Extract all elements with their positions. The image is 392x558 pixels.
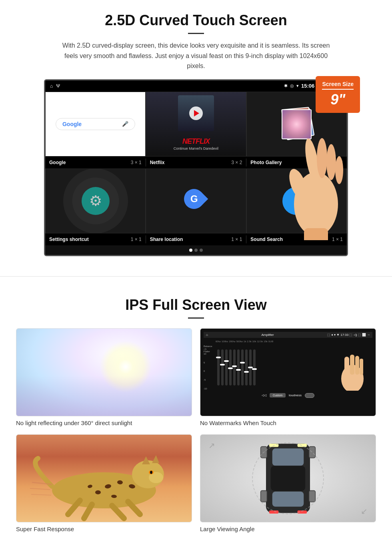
share-app-name: Share location [150,237,183,242]
section-curved-touch: 2.5D Curved Touch Screen With 2.5D curve… [0,0,392,264]
netflix-image-bg [178,95,214,131]
amplifier-caption: No Watermarks When Touch [200,420,376,426]
amplifier-card: ⌂ Amplifier ⬚ ♦ ▾ ▼ 17:33 ⬚ ◁) ⬚ ⬜ → 60h… [200,328,376,426]
device-screen: ⌂ Ψ ✱ ◎ ▾ 15:06 ⬚ ◁) ✕ ⬜ [44,79,348,256]
section-ips-fullscreen: IPS Full Screen View No light reflecting… [0,289,392,544]
section2-divider [188,317,204,319]
car-bg: ↙ ↗ [200,435,376,522]
svg-line-30 [30,488,50,490]
status-time: 15:06 [301,83,314,89]
cheetah-card: Super Fast Response [16,434,192,532]
slider-10 [253,349,256,385]
slider-9 [249,349,252,385]
svg-rect-10 [355,356,359,375]
share-app-size: 1 × 1 [231,237,242,242]
netflix-logo: NETFLIX [182,137,210,146]
dot-indicator [45,245,347,255]
svg-marker-15 [152,455,159,463]
svg-point-21 [95,490,101,494]
sunlight-image [16,328,192,416]
loudness-toggle[interactable] [305,393,314,398]
wifi-icon: ▾ [296,83,299,88]
play-button[interactable] [189,106,203,120]
sun-rays-bg [16,329,192,416]
settings-cell-inner: ⚙ [46,169,145,233]
share-location-app-cell[interactable]: G [146,169,246,233]
status-left: ⌂ Ψ [50,83,60,89]
slider-2 [221,349,224,385]
dot-3 [200,249,203,252]
amplifier-image: ⌂ Amplifier ⬚ ♦ ▾ ▼ 17:33 ⬚ ◁) ⬚ ⬜ → 60h… [200,328,376,416]
svg-marker-14 [142,456,150,464]
status-bar: ⌂ Ψ ✱ ◎ ▾ 15:06 ⬚ ◁) ✕ ⬜ [45,80,347,92]
dot-2 [194,249,198,252]
maps-g-letter: G [190,193,198,205]
amp-hand-svg [336,351,368,391]
home-icon: ⌂ [50,83,53,89]
slider-6 [237,349,240,385]
netflix-subtitle: Continue Marvel's Daredevil [174,147,218,151]
maps-icon: G [184,189,208,213]
dot-1 [189,249,192,252]
slider-1 [217,349,220,385]
netflix-app-size: 3 × 2 [231,160,242,165]
slider-4 [229,349,232,385]
sound-label-cell: Sound Search 1 × 1 [246,235,347,243]
google-logo: Google [62,121,82,127]
settings-app-name: Settings shortcut [49,237,89,242]
netflix-app-cell[interactable]: NETFLIX Continue Marvel's Daredevil [146,92,246,157]
settings-app-cell[interactable]: ⚙ [45,169,146,233]
app-label-row2: Settings shortcut 1 × 1 Share location 1… [45,233,347,245]
amp-home-icon: ⌂ [206,333,208,337]
slider-8 [245,349,248,385]
sunlight-caption: No light reflecting under 360° direct su… [16,420,192,426]
netflix-cell-inner: NETFLIX Continue Marvel's Daredevil [146,92,246,156]
photo-card-main [282,109,312,139]
app-grid-row1: Google 🎤 [45,92,347,157]
settings-bg: ⚙ [46,169,145,233]
app-grid-row2: ⚙ G [45,169,347,233]
amp-header: ⌂ Amplifier ⬚ ♦ ▾ ▼ 17:33 ⬚ ◁) ⬚ ⬜ → [204,332,372,338]
badge-size: 9" [322,91,354,108]
settings-label-cell: Settings shortcut 1 × 1 [45,235,146,243]
slider-5 [233,349,236,385]
slider-7 [241,349,244,385]
google-app-name: Google [49,160,66,165]
netflix-label-cell: Netflix 3 × 2 [146,159,247,167]
svg-rect-9 [350,355,354,375]
google-app-cell[interactable]: Google 🎤 [45,92,146,157]
music-note-icon: ♪ [293,193,300,209]
sound-search-app-cell[interactable]: ♪ [246,169,347,233]
svg-line-31 [31,494,51,495]
google-search-bar[interactable]: Google 🎤 [56,118,135,130]
svg-rect-11 [360,359,363,375]
amp-custom-button: Custom [270,393,286,397]
sound-app-size: 1 × 1 [332,237,343,242]
car-caption: Large Viewing Angle [200,526,376,532]
cheetah-image [16,434,192,522]
google-bg: Google 🎤 [46,92,145,156]
netflix-app-name: Netflix [150,160,165,165]
netflix-inner: NETFLIX Continue Marvel's Daredevil [146,92,246,156]
amp-freq-labels: 60hz100hz200hz500hz1k2.5k10k12.5k15kSUB [204,339,372,343]
amp-body-wrapper: Balance ◁) Fader 1050-5-10 [204,343,372,391]
sun-bottom-gradient [16,376,192,416]
cheetah-bg [16,435,192,522]
car-card: ↙ ↗ Large Viewing Angle [200,434,376,532]
location-icon: ◎ [290,83,294,88]
photo-app-size: 2 × 2 [332,160,343,165]
photo-label-cell: Photo Gallery 2 × 2 [246,159,347,167]
photo-app-name: Photo Gallery [250,160,282,165]
amp-hand-container [336,351,368,391]
app-label-row1: Google 3 × 1 Netflix 3 × 2 Photo Gallery… [45,157,347,169]
settings-shadow-inner [72,177,119,224]
badge-title: Screen Size [322,81,354,87]
sound-icon-bg: ♪ [282,187,310,215]
share-bg: G [146,169,246,233]
slider-3 [225,349,228,385]
section2-title: IPS Full Screen View [16,297,376,313]
car-image: ↙ ↗ [200,434,376,522]
amp-loudness-label: loudness [289,393,302,397]
angle-arrows: ↙ [361,506,368,516]
cheetah-caption: Super Fast Response [16,526,192,532]
